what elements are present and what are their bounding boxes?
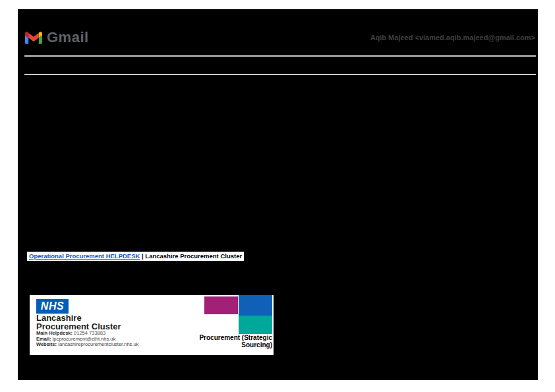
department-line2: Sourcing) bbox=[199, 342, 272, 349]
department-label: Procurement (Strategic Sourcing) bbox=[199, 335, 272, 349]
signature-card: NHS Lancashire Procurement Cluster Main … bbox=[30, 295, 274, 355]
contact-website: Website: lancashireprocurementcluster.nh… bbox=[36, 342, 138, 348]
gmail-logo: Gmail bbox=[25, 29, 89, 46]
contact-block: Main Helpdesk: 01254 733883 Email: lpcpr… bbox=[36, 331, 138, 348]
nhs-logo-text: NHS bbox=[41, 300, 64, 312]
contact-website-label: Website: bbox=[36, 341, 57, 347]
brand-square-magenta bbox=[204, 296, 238, 314]
nhs-logo: NHS bbox=[36, 299, 69, 314]
brand-square-blue bbox=[239, 295, 272, 316]
redacted-email-body bbox=[18, 76, 538, 250]
email-print-page: Gmail Aqib Majeed <viamed.aqib.majeed@gm… bbox=[18, 9, 538, 380]
header-divider-bottom bbox=[24, 74, 536, 75]
gmail-m-icon bbox=[25, 31, 42, 44]
helpdesk-suffix: | Lancashire Procurement Cluster bbox=[140, 252, 242, 260]
contact-website-value: lancashireprocurementcluster.nhs.uk bbox=[58, 341, 138, 347]
helpdesk-line: Operational Procurement HELPDESK | Lanca… bbox=[27, 252, 244, 261]
department-line1: Procurement (Strategic bbox=[199, 335, 272, 342]
helpdesk-link[interactable]: Operational Procurement HELPDESK bbox=[29, 252, 140, 260]
header-divider-top bbox=[24, 55, 536, 57]
gmail-wordmark: Gmail bbox=[47, 29, 89, 46]
org-name: Lancashire Procurement Cluster bbox=[36, 314, 121, 331]
brand-square-teal bbox=[239, 316, 272, 334]
header-user-email: Aqib Majeed <viamed.aqib.majeed@gmail.co… bbox=[370, 34, 535, 42]
